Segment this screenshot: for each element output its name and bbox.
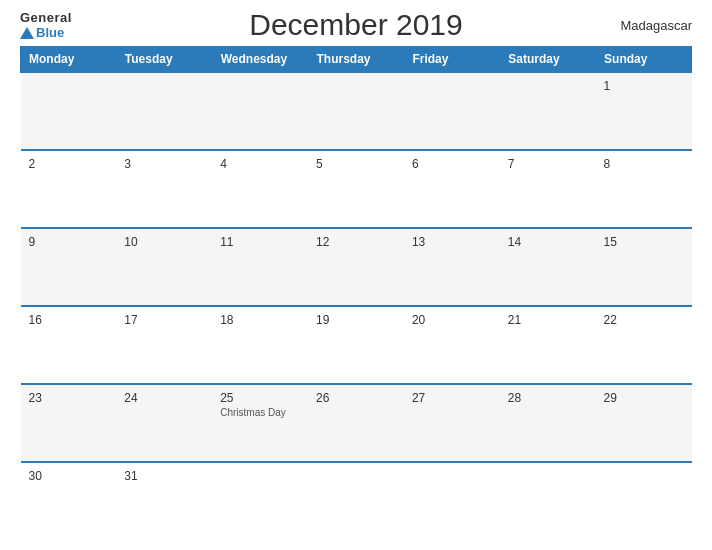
day-number: 10 [124,235,204,249]
calendar-cell: 28 [500,384,596,462]
day-number: 3 [124,157,204,171]
calendar-cell: 12 [308,228,404,306]
calendar-cell: 13 [404,228,500,306]
calendar-week-3: 16171819202122 [21,306,692,384]
calendar-cell [308,462,404,540]
calendar-week-1: 2345678 [21,150,692,228]
calendar-cell: 4 [212,150,308,228]
day-number: 9 [29,235,109,249]
day-number: 28 [508,391,588,405]
calendar-cell [500,72,596,150]
calendar-cell: 5 [308,150,404,228]
day-number: 25 [220,391,300,405]
logo-triangle-icon [20,27,34,39]
logo-blue-row: Blue [20,25,64,40]
calendar-cell: 29 [596,384,692,462]
day-number: 8 [604,157,684,171]
calendar-cell: 14 [500,228,596,306]
calendar-cell: 15 [596,228,692,306]
calendar-cell: 18 [212,306,308,384]
day-number: 5 [316,157,396,171]
calendar-cell: 3 [116,150,212,228]
day-number: 30 [29,469,109,483]
logo-blue-text: Blue [36,25,64,40]
weekday-header-wednesday: Wednesday [212,47,308,73]
calendar-cell: 24 [116,384,212,462]
logo-general-text: General [20,10,72,25]
calendar-body: 1234567891011121314151617181920212223242… [21,72,692,540]
calendar-cell [212,72,308,150]
day-number: 22 [604,313,684,327]
calendar-cell: 1 [596,72,692,150]
calendar-cell [596,462,692,540]
day-number: 13 [412,235,492,249]
day-number: 19 [316,313,396,327]
calendar-cell: 16 [21,306,117,384]
calendar-cell: 11 [212,228,308,306]
calendar-cell: 31 [116,462,212,540]
calendar-cell [308,72,404,150]
day-number: 16 [29,313,109,327]
calendar-cell: 9 [21,228,117,306]
day-number: 7 [508,157,588,171]
calendar-week-0: 1 [21,72,692,150]
day-number: 26 [316,391,396,405]
calendar-cell: 6 [404,150,500,228]
weekday-header-monday: Monday [21,47,117,73]
calendar-cell: 22 [596,306,692,384]
calendar-title: December 2019 [249,8,462,42]
day-number: 20 [412,313,492,327]
calendar-table: MondayTuesdayWednesdayThursdayFridaySatu… [20,46,692,540]
calendar-cell: 30 [21,462,117,540]
calendar-cell: 26 [308,384,404,462]
weekday-header-friday: Friday [404,47,500,73]
day-number: 24 [124,391,204,405]
day-number: 27 [412,391,492,405]
day-number: 12 [316,235,396,249]
day-number: 2 [29,157,109,171]
calendar-cell: 25Christmas Day [212,384,308,462]
calendar-header: General Blue December 2019 Madagascar [20,10,692,40]
calendar-cell [404,462,500,540]
day-number: 18 [220,313,300,327]
day-number: 17 [124,313,204,327]
day-number: 15 [604,235,684,249]
calendar-cell: 2 [21,150,117,228]
calendar-cell [404,72,500,150]
calendar-cell: 7 [500,150,596,228]
calendar-week-5: 3031 [21,462,692,540]
calendar-cell: 21 [500,306,596,384]
calendar-cell: 10 [116,228,212,306]
day-number: 29 [604,391,684,405]
calendar-cell: 23 [21,384,117,462]
logo: General Blue [20,10,120,40]
calendar-week-4: 232425Christmas Day26272829 [21,384,692,462]
calendar-cell [116,72,212,150]
day-number: 21 [508,313,588,327]
day-number: 6 [412,157,492,171]
day-number: 11 [220,235,300,249]
day-number: 1 [604,79,684,93]
calendar-cell: 19 [308,306,404,384]
weekday-header-saturday: Saturday [500,47,596,73]
calendar-cell [500,462,596,540]
day-number: 23 [29,391,109,405]
weekday-header-thursday: Thursday [308,47,404,73]
calendar-cell: 27 [404,384,500,462]
weekday-header-tuesday: Tuesday [116,47,212,73]
calendar-cell: 8 [596,150,692,228]
calendar-cell [21,72,117,150]
day-event: Christmas Day [220,407,300,418]
weekday-header-sunday: Sunday [596,47,692,73]
day-number: 14 [508,235,588,249]
day-number: 4 [220,157,300,171]
calendar-header-row: MondayTuesdayWednesdayThursdayFridaySatu… [21,47,692,73]
weekday-header-row: MondayTuesdayWednesdayThursdayFridaySatu… [21,47,692,73]
calendar-cell [212,462,308,540]
calendar-week-2: 9101112131415 [21,228,692,306]
calendar-cell: 17 [116,306,212,384]
calendar-cell: 20 [404,306,500,384]
country-name: Madagascar [592,18,692,33]
day-number: 31 [124,469,204,483]
